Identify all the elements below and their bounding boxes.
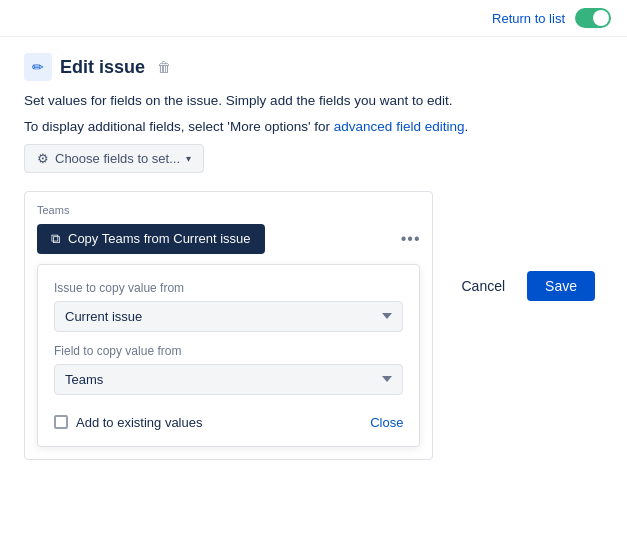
- issue-dropdown-label: Issue to copy value from: [54, 281, 403, 295]
- chevron-down-icon: ▾: [186, 153, 191, 164]
- copy-teams-button[interactable]: ⧉ Copy Teams from Current issue: [37, 224, 265, 254]
- page-title: Edit issue: [60, 57, 145, 78]
- field-row-header: Teams: [37, 204, 420, 224]
- copy-icon: ⧉: [51, 231, 60, 247]
- choose-fields-label: Choose fields to set...: [55, 151, 180, 166]
- top-bar: Return to list: [0, 0, 627, 37]
- pencil-icon: ✏: [24, 53, 52, 81]
- teams-field-label: Teams: [37, 204, 69, 216]
- toggle-switch[interactable]: [575, 8, 611, 28]
- close-link[interactable]: Close: [370, 415, 403, 430]
- save-button[interactable]: Save: [527, 271, 595, 301]
- gear-icon: ⚙: [37, 151, 49, 166]
- checkbox-left: Add to existing values: [54, 415, 202, 430]
- main-content: ✏ Edit issue 🗑 Set values for fields on …: [0, 37, 627, 488]
- field-dropdown-label: Field to copy value from: [54, 344, 403, 358]
- issue-select[interactable]: Current issue Parent issue Root issue: [54, 301, 403, 332]
- description2-suffix: .: [464, 119, 468, 134]
- left-content: Teams ⧉ Copy Teams from Current issue ••…: [24, 191, 433, 472]
- return-link[interactable]: Return to list: [492, 11, 565, 26]
- content-area: Teams ⧉ Copy Teams from Current issue ••…: [24, 191, 603, 472]
- add-to-existing-checkbox[interactable]: [54, 415, 68, 429]
- advanced-field-link[interactable]: advanced field editing: [334, 119, 465, 134]
- copy-button-label: Copy Teams from Current issue: [68, 231, 251, 246]
- description-line2: To display additional fields, select 'Mo…: [24, 117, 603, 137]
- cancel-button[interactable]: Cancel: [449, 272, 517, 300]
- trash-icon[interactable]: 🗑: [157, 59, 171, 75]
- more-options-icon[interactable]: •••: [401, 230, 421, 248]
- teams-field-section: Teams ⧉ Copy Teams from Current issue ••…: [24, 191, 433, 460]
- description2-prefix: To display additional fields, select 'Mo…: [24, 119, 334, 134]
- description-line1: Set values for fields on the issue. Simp…: [24, 91, 603, 111]
- right-actions: Cancel Save: [449, 191, 603, 301]
- field-select[interactable]: Teams: [54, 364, 403, 395]
- page-header: ✏ Edit issue 🗑: [24, 53, 603, 81]
- checkbox-row: Add to existing values Close: [54, 415, 403, 430]
- checkbox-label: Add to existing values: [76, 415, 202, 430]
- action-buttons: Cancel Save: [449, 271, 603, 301]
- copy-dropdown-panel: Issue to copy value from Current issue P…: [37, 264, 420, 447]
- copy-button-row: ⧉ Copy Teams from Current issue •••: [37, 224, 420, 254]
- choose-fields-button[interactable]: ⚙ Choose fields to set... ▾: [24, 144, 204, 173]
